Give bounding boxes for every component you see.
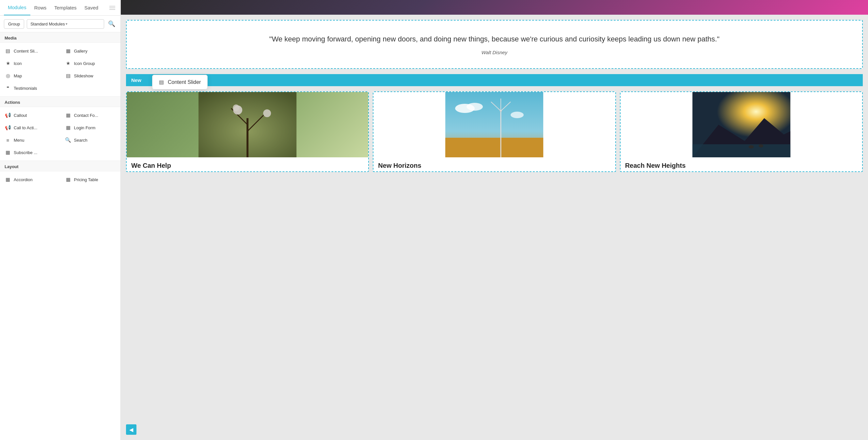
module-item-icon-group[interactable]: ★ Icon Group [60, 57, 121, 69]
tab-rows[interactable]: Rows [30, 0, 51, 15]
module-item-contact-form[interactable]: ▦ Contact Fo... [60, 109, 121, 121]
module-item-accordion[interactable]: ▦ Accordion [0, 173, 60, 186]
svg-rect-20 [692, 144, 790, 157]
card-title-2: Reach New Heights [621, 157, 862, 171]
tab-templates[interactable]: Templates [50, 0, 80, 15]
callout-icon: 📢 [5, 112, 11, 118]
gallery-icon: ▦ [65, 48, 71, 54]
module-label-search: Search [74, 138, 88, 143]
accordion-icon: ▦ [5, 177, 11, 183]
filter-bar: Group Standard Modules ▾ 🔍 [0, 16, 120, 32]
module-item-menu[interactable]: ≡ Menu [0, 134, 60, 146]
card-1: New Horizons [373, 91, 616, 172]
card-2: Reach New Heights [620, 91, 863, 172]
nav-tabs: Modules Rows Templates Saved [0, 0, 120, 16]
svg-point-16 [466, 103, 483, 111]
slideshow-icon: ▤ [65, 73, 71, 78]
layout-module-grid: ▦ Accordion ▦ Pricing Table [0, 171, 120, 188]
module-label-map: Map [14, 73, 22, 78]
new-section: New ▤ Content Slider [126, 74, 863, 86]
module-item-content-slider[interactable]: ▤ Content Sli... [0, 45, 60, 57]
icon-icon: ★ [5, 60, 11, 66]
svg-rect-7 [198, 92, 297, 157]
module-item-pricing-table[interactable]: ▦ Pricing Table [60, 173, 121, 186]
subscribe-icon: ▦ [5, 150, 11, 155]
module-label-call-to-action: Call to Acti... [14, 125, 37, 130]
main-content: "We keep moving forward, opening new doo… [121, 0, 868, 440]
media-section-header: Media [0, 32, 120, 43]
module-label-slideshow: Slideshow [74, 73, 93, 78]
back-arrow-icon: ◀ [129, 427, 133, 433]
icon-group-icon: ★ [65, 60, 71, 66]
svg-rect-9 [445, 138, 543, 157]
search-module-icon: 🔍 [65, 137, 71, 143]
content-slider-tooltip[interactable]: ▤ Content Slider [152, 75, 208, 89]
layout-section-header: Layout [0, 161, 120, 171]
svg-point-17 [510, 112, 524, 118]
pricing-table-icon: ▦ [65, 177, 71, 183]
nav-back-arrow[interactable]: ◀ [126, 424, 136, 435]
module-label-testimonials: Testimonials [14, 86, 37, 91]
menu-icon: ≡ [5, 137, 11, 143]
card-title-0: We Can Help [127, 157, 368, 171]
new-bar: New [126, 74, 863, 86]
module-label-contact-form: Contact Fo... [74, 113, 98, 118]
actions-module-grid: 📢 Callout ▦ Contact Fo... 📢 Call to Acti… [0, 107, 120, 161]
testimonials-icon: ❝ [5, 85, 11, 91]
media-module-grid: ▤ Content Sli... ▦ Gallery ★ Icon ★ Icon… [0, 43, 120, 96]
module-label-accordion: Accordion [14, 177, 33, 182]
quote-block: "We keep moving forward, opening new doo… [126, 20, 863, 69]
module-item-callout[interactable]: 📢 Callout [0, 109, 60, 121]
sidebar: Modules Rows Templates Saved Group Stand… [0, 0, 121, 440]
svg-point-21 [748, 145, 754, 149]
module-item-icon[interactable]: ★ Icon [0, 57, 60, 69]
search-button[interactable]: 🔍 [107, 19, 117, 29]
tooltip-label: Content Slider [168, 79, 201, 85]
module-label-menu: Menu [14, 138, 25, 143]
module-item-map[interactable]: ◎ Map [0, 69, 60, 82]
module-label-login-form: Login Form [74, 125, 96, 130]
module-item-search[interactable]: 🔍 Search [60, 134, 121, 146]
quote-author: Walt Disney [146, 50, 842, 55]
module-item-testimonials[interactable]: ❝ Testimonials [0, 82, 60, 94]
group-button[interactable]: Group [4, 19, 24, 29]
module-label-gallery: Gallery [74, 49, 88, 54]
cards-section: We Can Help [126, 91, 863, 172]
new-badge: New [131, 77, 141, 83]
call-to-action-icon: 📢 [5, 125, 11, 131]
map-icon: ◎ [5, 73, 11, 78]
module-select[interactable]: Standard Modules ▾ [27, 19, 104, 29]
module-item-subscribe[interactable]: ▦ Subscribe ... [0, 146, 60, 159]
contact-form-icon: ▦ [65, 112, 71, 118]
actions-section-header: Actions [0, 96, 120, 107]
svg-point-22 [758, 144, 763, 148]
card-title-1: New Horizons [373, 157, 615, 171]
module-item-slideshow[interactable]: ▤ Slideshow [60, 69, 121, 82]
search-icon: 🔍 [108, 21, 115, 27]
module-label-icon-group: Icon Group [74, 61, 95, 66]
card-0: We Can Help [126, 91, 369, 172]
chevron-down-icon: ▾ [66, 22, 100, 26]
tab-modules[interactable]: Modules [4, 0, 30, 15]
module-item-gallery[interactable]: ▦ Gallery [60, 45, 121, 57]
quote-text: "We keep moving forward, opening new doo… [146, 34, 842, 44]
module-item-call-to-action[interactable]: 📢 Call to Acti... [0, 121, 60, 134]
module-label-callout: Callout [14, 113, 27, 118]
login-form-icon: ▦ [65, 125, 71, 131]
hero-image [121, 0, 868, 15]
drag-handle[interactable] [108, 3, 117, 12]
tab-saved[interactable]: Saved [81, 0, 102, 15]
module-label-pricing-table: Pricing Table [74, 177, 98, 182]
tooltip-content-slider-icon: ▤ [159, 79, 164, 85]
module-label-content-slider: Content Sli... [14, 49, 38, 54]
module-item-login-form[interactable]: ▦ Login Form [60, 121, 121, 134]
content-slider-icon: ▤ [5, 48, 11, 54]
module-label-subscribe: Subscribe ... [14, 150, 37, 155]
module-label-icon: Icon [14, 61, 22, 66]
